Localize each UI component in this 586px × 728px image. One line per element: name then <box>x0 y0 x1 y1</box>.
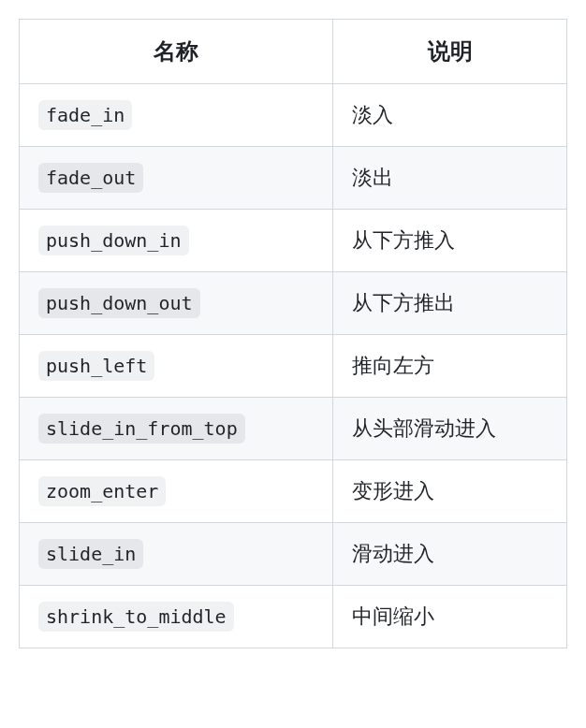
header-name: 名称 <box>20 20 333 84</box>
cell-description: 从头部滑动进入 <box>333 398 567 460</box>
cell-description: 中间缩小 <box>333 586 567 648</box>
cell-description: 淡出 <box>333 147 567 210</box>
cell-description: 变形进入 <box>333 460 567 523</box>
cell-name: shrink_to_middle <box>20 586 333 648</box>
cell-name: slide_in <box>20 523 333 586</box>
table-row: push_left 推向左方 <box>20 335 567 398</box>
cell-description: 滑动进入 <box>333 523 567 586</box>
table-row: push_down_in 从下方推入 <box>20 210 567 272</box>
header-description: 说明 <box>333 20 567 84</box>
cell-name: fade_out <box>20 147 333 210</box>
table-row: fade_out 淡出 <box>20 147 567 210</box>
code-name: push_down_out <box>38 288 200 318</box>
code-name: slide_in <box>38 539 143 569</box>
table-row: fade_in 淡入 <box>20 84 567 147</box>
code-name: fade_in <box>38 100 132 130</box>
cell-name: zoom_enter <box>20 460 333 523</box>
table-row: slide_in 滑动进入 <box>20 523 567 586</box>
cell-name: push_down_in <box>20 210 333 272</box>
cell-description: 从下方推入 <box>333 210 567 272</box>
code-name: push_left <box>38 351 154 381</box>
cell-name: push_left <box>20 335 333 398</box>
code-name: slide_in_from_top <box>38 414 245 444</box>
cell-name: push_down_out <box>20 272 333 335</box>
cell-description: 淡入 <box>333 84 567 147</box>
code-name: zoom_enter <box>38 476 166 506</box>
table-row: slide_in_from_top 从头部滑动进入 <box>20 398 567 460</box>
cell-description: 推向左方 <box>333 335 567 398</box>
animation-table: 名称 说明 fade_in 淡入 fade_out 淡出 push_down_i… <box>19 19 567 648</box>
table-row: push_down_out 从下方推出 <box>20 272 567 335</box>
cell-name: fade_in <box>20 84 333 147</box>
cell-description: 从下方推出 <box>333 272 567 335</box>
table-row: shrink_to_middle 中间缩小 <box>20 586 567 648</box>
code-name: push_down_in <box>38 226 189 255</box>
code-name: fade_out <box>38 163 143 193</box>
table-body: fade_in 淡入 fade_out 淡出 push_down_in 从下方推… <box>20 84 567 648</box>
table-row: zoom_enter 变形进入 <box>20 460 567 523</box>
cell-name: slide_in_from_top <box>20 398 333 460</box>
code-name: shrink_to_middle <box>38 602 234 632</box>
